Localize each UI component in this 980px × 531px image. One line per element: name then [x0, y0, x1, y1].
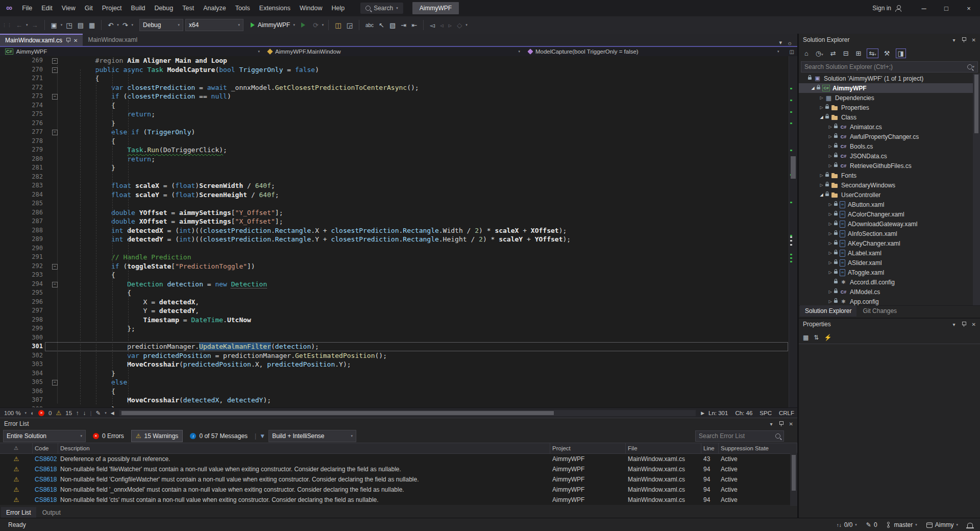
sync-with-active-document-icon[interactable]: ⇄: [829, 49, 838, 58]
breadcrumb-type-dropdown[interactable]: AimmyWPF.MainWindow ▾: [263, 47, 523, 56]
current-branch-button[interactable]: master ▾: [887, 521, 917, 528]
property-pages-icon[interactable]: ⚡: [824, 334, 831, 341]
code-line-290[interactable]: 290: [0, 244, 797, 253]
tree-item-awfulpropertychanger.cs[interactable]: ▷C#AwfulPropertyChanger.cs: [799, 132, 980, 141]
sign-in-link[interactable]: Sign in: [872, 5, 891, 12]
chevron-down-icon[interactable]: ▾: [779, 39, 782, 46]
start-without-debugging-icon[interactable]: [301, 22, 305, 28]
chevron-down-icon[interactable]: ▾: [770, 421, 773, 427]
preview-selected-items-icon[interactable]: ◨: [896, 49, 906, 58]
pin-icon[interactable]: [962, 37, 966, 42]
code-line-302[interactable]: 302 var predictedPosition = predictionMa…: [0, 351, 797, 360]
column-header-description[interactable]: Description: [58, 443, 550, 453]
code-line-276[interactable]: 276 }: [0, 119, 797, 128]
redo-icon[interactable]: ↷: [121, 21, 130, 29]
chevron-collapsed-icon[interactable]: ▷: [827, 212, 834, 216]
clear-bookmarks-icon[interactable]: ◇: [455, 21, 463, 29]
categorized-view-icon[interactable]: ▦: [803, 334, 808, 341]
document-health-icon[interactable]: ◐: [31, 410, 34, 416]
code-line-269[interactable]: 269− #region Aim Aligner Main and Loop: [0, 56, 797, 65]
errors-icon[interactable]: ✕: [38, 410, 44, 416]
start-debugging-button[interactable]: AimmyWPF ▾: [251, 21, 295, 29]
chevron-collapsed-icon[interactable]: ▷: [827, 144, 834, 149]
menu-window[interactable]: Window: [295, 0, 327, 16]
menu-view[interactable]: View: [57, 0, 80, 16]
toolbar-drag-handle-icon[interactable]: ⋮⋮: [2, 22, 12, 28]
close-icon[interactable]: ✕: [972, 322, 976, 327]
errors-filter-button[interactable]: ✕ 0 Errors: [89, 430, 128, 442]
column-header-suppression-state[interactable]: Suppression State: [719, 443, 797, 453]
column-header-project[interactable]: Project: [550, 443, 626, 453]
chevron-collapsed-icon[interactable]: ▷: [827, 289, 834, 294]
code-line-282[interactable]: 282: [0, 173, 797, 182]
column-header-file[interactable]: File: [626, 443, 701, 453]
close-icon[interactable]: ✕: [972, 37, 976, 43]
pending-changes-filter-icon[interactable]: ◷▾: [814, 49, 825, 58]
error-list-scrollbar[interactable]: [790, 453, 797, 506]
chevron-collapsed-icon[interactable]: ▷: [818, 173, 825, 178]
spell-check-icon[interactable]: abc: [364, 22, 375, 28]
code-line-307[interactable]: 307 MoveCrosshair(detectedX, detectedY);: [0, 396, 797, 405]
restore-button[interactable]: □: [935, 0, 958, 16]
scrollbar-thumb[interactable]: [791, 156, 796, 179]
switch-views-icon[interactable]: ⌂: [803, 49, 810, 58]
error-row[interactable]: ⚠CS8618Non-nullable field 'fileWatcher' …: [0, 464, 797, 474]
hot-reload-icon[interactable]: ⟳: [311, 21, 320, 29]
tree-item-dependencies[interactable]: ▷▦Dependencies: [799, 93, 980, 103]
tree-item-adownloadgateway.xaml[interactable]: ▷‹›ADownloadGateway.xaml: [799, 219, 980, 229]
code-line-296[interactable]: 296 X = detectedX,: [0, 298, 797, 307]
tree-item-properties[interactable]: ▷Properties: [799, 103, 980, 112]
messages-filter-button[interactable]: i 0 of 57 Messages: [186, 430, 252, 442]
code-line-273[interactable]: 273− if (closestPrediction == null): [0, 92, 797, 101]
error-row[interactable]: ⚠CS8618Non-nullable field 'ConfigfileWat…: [0, 474, 797, 485]
cursor-select-icon[interactable]: ↖: [377, 21, 386, 29]
track-active-item-icon[interactable]: ⇆▾: [867, 49, 878, 58]
chevron-collapsed-icon[interactable]: ▷: [827, 241, 834, 246]
code-line-274[interactable]: 274 {: [0, 101, 797, 110]
menu-test[interactable]: Test: [178, 0, 199, 16]
tree-item-class[interactable]: ◢Class: [799, 112, 980, 122]
solution-explorer-search-input[interactable]: Search Solution Explorer (Ctrl+;) ▾: [801, 61, 978, 73]
save-icon[interactable]: ▤: [76, 21, 85, 29]
new-project-icon[interactable]: ▣: [50, 21, 59, 29]
chevron-collapsed-icon[interactable]: ▷: [827, 134, 834, 139]
chevron-down-icon[interactable]: ▾: [953, 322, 955, 327]
filter-icon[interactable]: ▼: [259, 432, 265, 440]
minimize-button[interactable]: ─: [913, 0, 935, 16]
solution-platform-dropdown[interactable]: x64▾: [185, 19, 243, 31]
code-line-286[interactable]: 286 double YOffset = aimmySettings["Y_Of…: [0, 208, 797, 218]
code-line-303[interactable]: 303 MoveCrosshair(predictedPosition.X, p…: [0, 360, 797, 369]
scroll-right-icon[interactable]: ▶: [701, 411, 704, 416]
menu-tools[interactable]: Tools: [231, 0, 255, 16]
chevron-collapsed-icon[interactable]: ▷: [827, 222, 834, 226]
menu-file[interactable]: File: [17, 0, 37, 16]
code-line-283[interactable]: 283 float scaleX = (float)ScreenWidth / …: [0, 181, 797, 190]
pin-icon[interactable]: [779, 421, 783, 426]
previous-bookmark-icon[interactable]: ◃: [438, 21, 445, 29]
tree-item-usercontroller[interactable]: ◢UserController: [799, 190, 980, 200]
fold-collapse-icon[interactable]: −: [52, 282, 58, 287]
undo-icon[interactable]: ↶: [106, 21, 115, 29]
code-line-289[interactable]: 289 int detectedY = (int)((closestPredic…: [0, 235, 797, 244]
tree-item-secondarywindows[interactable]: ▷SecondaryWindows: [799, 180, 980, 190]
user-icon[interactable]: [895, 5, 901, 11]
collapse-all-icon[interactable]: ⊟: [842, 49, 850, 58]
tree-item-alabel.xaml[interactable]: ▷‹›ALabel.xaml: [799, 248, 980, 258]
chevron-collapsed-icon[interactable]: ▷: [827, 251, 834, 255]
code-line-306[interactable]: 306 {: [0, 387, 797, 396]
chevron-collapsed-icon[interactable]: ▷: [827, 260, 834, 265]
tree-item-solution-aimmywpf-1-of-1-project-[interactable]: ▣Solution 'AimmyWPF' (1 of 1 project): [799, 74, 980, 83]
split-window-icon[interactable]: ◫: [790, 49, 794, 55]
tree-item-app.config[interactable]: ▷✱App.config: [799, 297, 980, 305]
tree-item-aslider.xaml[interactable]: ▷‹›ASlider.xaml: [799, 258, 980, 268]
tree-item-atoggle.xaml[interactable]: ▷‹›AToggle.xaml: [799, 268, 980, 277]
column-header-code[interactable]: Code: [33, 443, 58, 453]
find-in-files-icon[interactable]: ◲: [345, 21, 354, 29]
chevron-collapsed-icon[interactable]: ▷: [827, 163, 834, 168]
editor-vertical-scrollbar[interactable]: [789, 56, 797, 407]
code-line-304[interactable]: 304 }: [0, 369, 797, 378]
column-header-line[interactable]: Line: [701, 443, 719, 453]
code-line-277[interactable]: 277− else if (TriggerOnly): [0, 128, 797, 137]
tree-item-aimodel.cs[interactable]: ▷C#AIModel.cs: [799, 287, 980, 297]
chevron-collapsed-icon[interactable]: ▷: [827, 202, 834, 207]
